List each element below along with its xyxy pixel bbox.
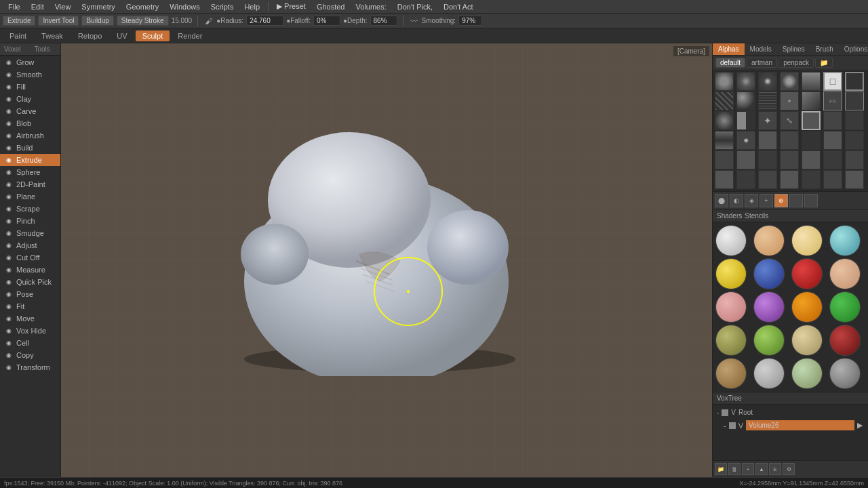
shader-lime[interactable] bbox=[753, 325, 785, 356]
sidebar-item-cutoff[interactable]: ◉ Cut Off bbox=[0, 251, 60, 264]
menu-scripts[interactable]: Scripts bbox=[205, 3, 239, 11]
rb-icon-3[interactable]: + bbox=[742, 463, 754, 475]
depth-input[interactable] bbox=[370, 16, 397, 26]
voxtree-vol-eye-icon[interactable] bbox=[729, 422, 736, 429]
buildup-btn[interactable]: Buildup bbox=[81, 16, 113, 26]
shaders-header[interactable]: Shaders Stencils bbox=[713, 209, 868, 222]
sidebar-item-carve[interactable]: ◉ Carve bbox=[0, 105, 60, 117]
tab-brush[interactable]: Brush bbox=[810, 43, 839, 55]
menu-symmetry[interactable]: Symmetry bbox=[76, 3, 121, 11]
alpha-soft[interactable] bbox=[736, 72, 755, 91]
alpha-s5[interactable] bbox=[802, 170, 821, 189]
steady-btn[interactable]: Steady Stroke bbox=[117, 16, 169, 26]
shader-orange[interactable] bbox=[791, 291, 823, 323]
alpha-extra4[interactable] bbox=[758, 131, 777, 150]
alpha-arrow[interactable]: ⤡ bbox=[780, 111, 799, 130]
alpha-r2[interactable] bbox=[736, 150, 755, 169]
tab-alphas[interactable]: Alphas bbox=[713, 43, 745, 55]
sidebar-item-move[interactable]: ◉ Move bbox=[0, 312, 60, 325]
tool-icon-5[interactable] bbox=[789, 194, 803, 207]
alpha-r4[interactable] bbox=[780, 150, 799, 169]
sidebar-item-2dpaint[interactable]: ◉ 2D-Paint bbox=[0, 178, 60, 190]
menu-geometry[interactable]: Geometry bbox=[121, 3, 164, 11]
sidebar-item-cell[interactable]: ◉ Cell bbox=[0, 337, 60, 349]
alpha-fx[interactable]: FX bbox=[823, 92, 842, 110]
alpha-grad1[interactable] bbox=[715, 131, 734, 150]
shader-pink[interactable] bbox=[715, 291, 747, 323]
alpha-flat[interactable] bbox=[802, 72, 821, 91]
voxtree-vol-v[interactable]: V bbox=[738, 422, 743, 430]
alpha-extra3[interactable] bbox=[845, 111, 864, 130]
alpha-tab-default[interactable]: default bbox=[715, 58, 745, 68]
sidebar-item-fill[interactable]: ◉ Fill bbox=[0, 81, 60, 93]
sidebar-item-blob[interactable]: ◉ Blob bbox=[0, 117, 60, 129]
alpha-extra1[interactable] bbox=[845, 92, 864, 110]
alpha-half[interactable] bbox=[736, 111, 755, 130]
shader-olive[interactable] bbox=[715, 325, 747, 356]
sidebar-item-voxhide[interactable]: ◉ Vox Hide bbox=[0, 325, 60, 337]
sidebar-item-smudge[interactable]: ◉ Smudge bbox=[0, 227, 60, 239]
rb-icon-1[interactable]: 📁 bbox=[715, 463, 727, 475]
alpha-tab-folder[interactable]: 📁 bbox=[815, 58, 833, 68]
rb-icon-6[interactable]: ⚙ bbox=[783, 463, 795, 475]
sidebar-item-sphere[interactable]: ◉ Sphere bbox=[0, 166, 60, 178]
tool-icon-6[interactable] bbox=[804, 194, 818, 207]
shader-yellow[interactable] bbox=[715, 258, 747, 289]
tab-render[interactable]: Render bbox=[171, 30, 209, 41]
smoothing-input[interactable] bbox=[458, 16, 482, 26]
alpha-r5[interactable] bbox=[802, 150, 821, 169]
menu-volumes[interactable]: Volumes: bbox=[350, 3, 391, 11]
shader-red[interactable] bbox=[791, 258, 823, 289]
tab-uv[interactable]: UV bbox=[110, 30, 134, 41]
alpha-r6[interactable] bbox=[823, 150, 842, 169]
alpha-extra6[interactable] bbox=[802, 131, 821, 150]
alpha-hatch[interactable] bbox=[715, 92, 734, 110]
alpha-extra7[interactable] bbox=[823, 131, 842, 150]
shader-light-green[interactable] bbox=[791, 358, 823, 389]
tool-icon-4[interactable]: + bbox=[760, 194, 773, 207]
sidebar-item-airbrush[interactable]: ◉ Airbrush bbox=[0, 129, 60, 142]
alpha-ellipse[interactable] bbox=[780, 72, 799, 91]
rb-icon-4[interactable]: ▲ bbox=[755, 463, 768, 475]
alpha-lines[interactable] bbox=[758, 92, 777, 110]
voxtree-vol-minus[interactable]: - bbox=[724, 422, 726, 430]
shader-cyan[interactable] bbox=[829, 225, 861, 256]
shader-white[interactable] bbox=[715, 225, 747, 256]
sidebar-item-build[interactable]: ◉ Build bbox=[0, 142, 60, 154]
sidebar-item-pinch[interactable]: ◉ Pinch bbox=[0, 215, 60, 227]
alpha-sharp[interactable] bbox=[758, 72, 777, 91]
alpha-s7[interactable] bbox=[845, 170, 864, 189]
shader-skin1[interactable] bbox=[753, 225, 785, 256]
tool-icon-2[interactable]: ◐ bbox=[730, 194, 743, 207]
alpha-star[interactable]: ✦ bbox=[758, 111, 777, 130]
alpha-s6[interactable] bbox=[823, 170, 842, 189]
sidebar-item-pose[interactable]: ◉ Pose bbox=[0, 288, 60, 300]
voxtree-expand-icon[interactable]: ▶ bbox=[857, 421, 863, 430]
menu-edit[interactable]: Edit bbox=[26, 3, 50, 11]
shader-cream[interactable] bbox=[791, 225, 823, 256]
menu-help[interactable]: Help bbox=[239, 3, 265, 11]
sidebar-section-tools[interactable]: Tools bbox=[31, 43, 61, 56]
rb-icon-5[interactable]: E bbox=[769, 463, 781, 475]
menu-dontact[interactable]: Don't Act bbox=[438, 3, 479, 11]
menu-file[interactable]: File bbox=[3, 3, 26, 11]
voxtree-v-icon[interactable]: V bbox=[731, 409, 736, 416]
tab-splines[interactable]: Splines bbox=[777, 43, 810, 55]
radius-input[interactable] bbox=[246, 16, 283, 26]
menu-dontpick[interactable]: Don't Pick, bbox=[392, 3, 438, 11]
alpha-r3[interactable] bbox=[758, 150, 777, 169]
tab-retopo[interactable]: Retopo bbox=[71, 30, 108, 41]
menu-preset[interactable]: ▶ Preset bbox=[271, 2, 311, 11]
falloff-input[interactable] bbox=[313, 16, 340, 26]
alpha-circle-soft[interactable] bbox=[715, 72, 734, 91]
shader-skin2[interactable] bbox=[829, 258, 861, 289]
alpha-dot[interactable] bbox=[780, 92, 799, 110]
shader-silver[interactable] bbox=[753, 358, 785, 389]
menu-windows[interactable]: Windows bbox=[164, 3, 205, 11]
sidebar-item-plane[interactable]: ◉ Plane bbox=[0, 190, 60, 203]
alpha-tab-artman[interactable]: artman bbox=[747, 58, 777, 68]
sidebar-item-transform[interactable]: ◉ Transform bbox=[0, 361, 60, 373]
alpha-extra2[interactable] bbox=[823, 111, 842, 130]
alpha-r1[interactable] bbox=[715, 150, 734, 169]
menu-pick[interactable]: Ghosted bbox=[311, 3, 351, 11]
